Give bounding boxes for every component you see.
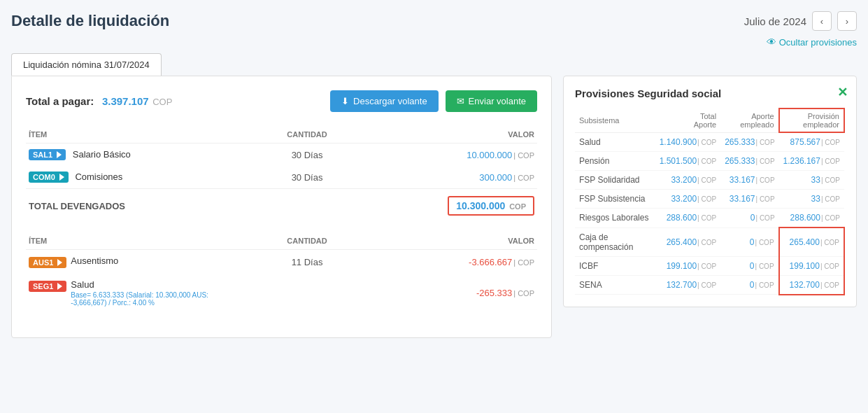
header: Detalle de liquidación Julio de 2024 ‹ ›: [11, 11, 857, 31]
currency-label: | COP: [821, 176, 840, 184]
provision-empleador-cell: 265.400| COP: [779, 227, 844, 256]
download-button[interactable]: ⬇ Descargar volante: [330, 90, 439, 112]
subsistema-cell: Salud: [575, 132, 655, 152]
close-icon[interactable]: ✕: [837, 85, 848, 100]
currency-label: | COP: [697, 281, 716, 289]
total-aporte-cell: 132.700| COP: [655, 275, 720, 295]
item-currency: | COP: [513, 174, 534, 182]
currency-label: | COP: [756, 195, 775, 203]
subsistema-cell: ICBF: [575, 256, 655, 275]
item-value: -3.666.667| COP: [384, 250, 537, 274]
col-valor-header: VALOR: [384, 126, 537, 144]
provision-row: Pensión 1.501.500| COP 265.333| COP 1.23…: [575, 152, 844, 171]
col-valor-ded-header: VALOR: [384, 232, 537, 250]
currency-label: | COP: [820, 281, 839, 289]
total-amount: 3.397.107: [102, 95, 149, 107]
currency-label: | COP: [697, 139, 716, 146]
currency-label: | COP: [756, 176, 775, 184]
currency-label: | COP: [820, 239, 839, 246]
item-value: 300.000| COP: [384, 166, 537, 189]
col-subsistema-header: Subsistema: [575, 108, 655, 132]
currency-label: | COP: [821, 158, 840, 165]
item-subtext: Base= 6.633.333 (Salarial: 10.300,000 AU…: [71, 291, 227, 307]
deduccion-row: SEG1 Salud Base= 6.633.333 (Salarial: 10…: [26, 274, 537, 312]
aporte-empleado-cell: 0| COP: [720, 227, 778, 256]
aporte-empleado-cell: 265.333| COP: [720, 132, 778, 152]
eye-icon: 👁: [767, 36, 776, 48]
devengados-table: ÍTEM CANTIDAD VALOR SAL1 Salario Básico …: [26, 126, 537, 221]
currency-label: | COP: [756, 214, 775, 222]
download-icon: ⬇: [341, 96, 349, 106]
item-name: Ausentismo: [71, 255, 118, 266]
send-button[interactable]: ✉ Enviar volante: [446, 90, 537, 112]
total-devengados-cell: 10.300.000 COP: [384, 189, 537, 222]
currency-label: | COP: [697, 214, 716, 222]
item-badge-SEG1: SEG1: [29, 281, 66, 292]
page-title: Detalle de liquidación: [11, 12, 169, 30]
deduccion-row: AUS1 Ausentismo 11 Días -3.666.667| COP: [26, 250, 537, 274]
tab-liquidacion[interactable]: Liquidación nómina 31/07/2024: [11, 53, 162, 76]
aporte-empleado-cell: 0| COP: [720, 256, 778, 275]
next-month-button[interactable]: ›: [837, 11, 857, 31]
currency-label: | COP: [697, 262, 716, 270]
item-currency: | COP: [513, 289, 534, 298]
deducciones-table: ÍTEM CANTIDAD VALOR AUS1 Ausentismo: [26, 232, 537, 312]
currency-label: | COP: [820, 262, 839, 270]
devengado-row: SAL1 Salario Básico 30 Días 10.000.000| …: [26, 144, 537, 167]
item-quantity: 30 Días: [230, 144, 383, 167]
currency-label: | COP: [756, 139, 775, 146]
provision-empleador-cell: 132.700| COP: [779, 275, 844, 295]
item-currency: | COP: [513, 258, 534, 267]
total-currency: COP: [152, 97, 172, 107]
provision-empleador-cell: 1.236.167| COP: [779, 152, 844, 171]
currency-label: | COP: [697, 176, 716, 184]
total-aporte-cell: 33.200| COP: [655, 190, 720, 209]
aporte-empleado-cell: 265.333| COP: [720, 152, 778, 171]
arrow-icon: [59, 174, 64, 181]
provision-row: Riesgos Laborales 288.600| COP 0| COP 28…: [575, 209, 844, 228]
item-badge-AUS1: AUS1: [29, 257, 66, 268]
col-cantidad-header: CANTIDAD: [230, 126, 383, 144]
total-devengados-currency: COP: [509, 202, 526, 211]
provision-row: Caja de compensación 265.400| COP 0| COP…: [575, 227, 844, 256]
total-devengados-box: 10.300.000 COP: [448, 196, 534, 216]
currency-label: | COP: [821, 139, 840, 146]
provisions-title: Provisiones Seguridad social: [575, 88, 845, 99]
total-aporte-cell: 199.100| COP: [655, 256, 720, 275]
col-aporte-empleado-header: Aporteempleado: [720, 108, 778, 132]
subsistema-cell: SENA: [575, 275, 655, 295]
provision-empleador-cell: 199.100| COP: [779, 256, 844, 275]
date-label: Julio de 2024: [744, 15, 806, 27]
item-value: -265.333| COP: [384, 274, 537, 312]
currency-label: | COP: [821, 195, 840, 203]
provision-empleador-cell: 288.600| COP: [779, 209, 844, 228]
prev-month-button[interactable]: ‹: [812, 11, 832, 31]
col-item-ded-header: ÍTEM: [26, 232, 230, 250]
item-name: Salario Básico: [73, 149, 131, 160]
total-label: Total a pagar:: [26, 95, 94, 107]
provision-row: Salud 1.140.900| COP 265.333| COP 875.56…: [575, 132, 844, 152]
subsistema-cell: Riesgos Laborales: [575, 209, 655, 228]
arrow-icon: [57, 283, 62, 290]
col-provision-empleador-header: Provisiónempleador: [779, 108, 844, 132]
item-currency: | COP: [513, 151, 534, 160]
provisions-table: Subsistema TotalAporte Aporteempleado Pr…: [575, 108, 845, 295]
provision-row: FSP Solidaridad 33.200| COP 33.167| COP …: [575, 171, 844, 190]
tab-bar: Liquidación nómina 31/07/2024: [11, 53, 857, 76]
provision-row: FSP Subsistencia 33.200| COP 33.167| COP…: [575, 190, 844, 209]
action-buttons: ⬇ Descargar volante ✉ Enviar volante: [330, 90, 537, 112]
provision-row: SENA 132.700| COP 0| COP 132.700| COP: [575, 275, 844, 295]
date-nav: Julio de 2024 ‹ ›: [744, 11, 857, 31]
col-total-aporte-header: TotalAporte: [655, 108, 720, 132]
currency-label: | COP: [755, 281, 774, 289]
page: Detalle de liquidación Julio de 2024 ‹ ›…: [0, 0, 868, 413]
currency-label: | COP: [697, 158, 716, 165]
item-quantity: 30 Días: [230, 166, 383, 189]
total-row: Total a pagar: 3.397.107 COP ⬇ Descargar…: [26, 90, 537, 112]
hide-provisions-link[interactable]: 👁 Ocultar provisiones: [11, 36, 857, 48]
provision-empleador-cell: 33| COP: [779, 190, 844, 209]
currency-label: | COP: [756, 158, 775, 165]
subsistema-cell: Pensión: [575, 152, 655, 171]
total-aporte-cell: 288.600| COP: [655, 209, 720, 228]
currency-label: | COP: [697, 195, 716, 203]
